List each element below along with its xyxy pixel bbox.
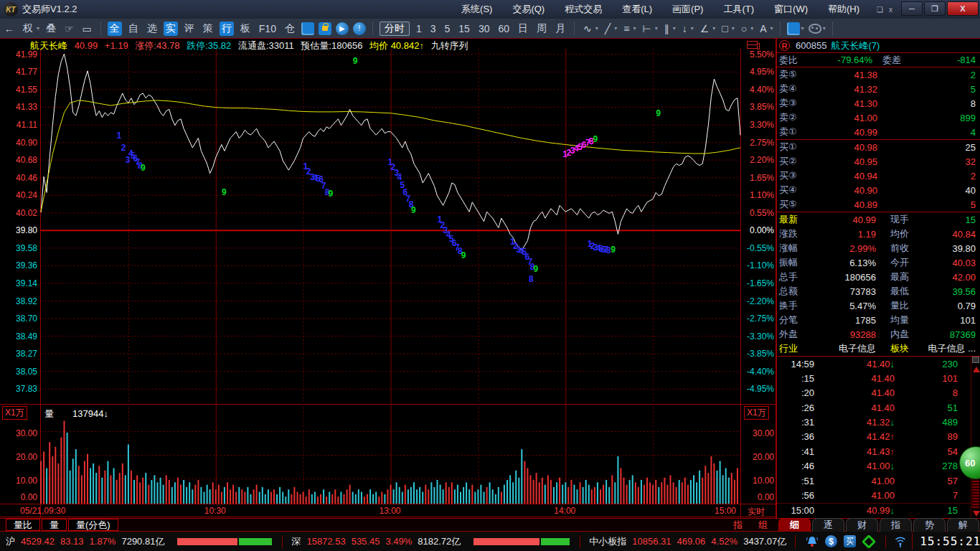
close-button[interactable]: X: [947, 1, 979, 16]
panel-tab-2[interactable]: 逐: [812, 518, 844, 532]
bid-row[interactable]: 买②40.9532: [777, 154, 980, 169]
menu-item-2[interactable]: 交易(Q): [502, 3, 555, 16]
bid-row[interactable]: 买①40.9825: [777, 140, 980, 154]
panel-tab-6[interactable]: 解: [947, 518, 979, 532]
timeshare-button[interactable]: 分时: [380, 22, 410, 36]
mini-tab-2[interactable]: 组: [758, 519, 768, 532]
draw-trendline-icon[interactable]: ╱▾: [603, 22, 617, 35]
panel-tab-3[interactable]: 财: [846, 518, 878, 532]
draw-hlines-icon[interactable]: ≡▾: [621, 22, 636, 35]
realtime-button[interactable]: 实: [164, 22, 178, 36]
bid-row[interactable]: 买⑤40.895: [777, 197, 980, 212]
ask-row[interactable]: 卖⑤41.382: [777, 67, 980, 82]
f10-button[interactable]: F10: [257, 22, 278, 35]
review-button[interactable]: 评: [182, 22, 197, 36]
quote-detail-row: 换手5.47%量比0.79: [777, 298, 980, 313]
period-15-button[interactable]: 15: [456, 22, 472, 35]
draw-text-icon[interactable]: A▾: [758, 22, 773, 35]
alarm-bell-icon[interactable]: [806, 535, 819, 548]
draw-arrow-icon[interactable]: ↓▾: [680, 22, 694, 35]
play-icon[interactable]: ▶: [336, 22, 349, 35]
period-day-button[interactable]: 日: [516, 22, 530, 36]
hand-icon[interactable]: ☞: [62, 22, 76, 35]
custom-button[interactable]: 自: [126, 22, 141, 36]
menu-item-6[interactable]: 工具(T): [713, 3, 764, 16]
mdi-restore-icon[interactable]: ❏: [877, 6, 883, 14]
panel-tab-1[interactable]: 细: [778, 518, 811, 532]
panel-tab-5[interactable]: 势: [913, 518, 946, 532]
menu-item-4[interactable]: 查看(L): [612, 3, 662, 16]
intraday-chart[interactable]: 1234567899123456789912345678912345678912…: [0, 39, 776, 518]
volume-bar: [171, 487, 173, 504]
tick-scrollbar[interactable]: [971, 357, 980, 518]
indicator-tab-1[interactable]: 量比: [6, 519, 40, 531]
splitter-grip[interactable]: [972, 357, 979, 363]
mdi-close-icon[interactable]: x: [889, 6, 892, 14]
strategy-button[interactable]: 策: [201, 22, 215, 36]
tick-row: :5641.00 7: [777, 488, 971, 502]
volume-bar: [122, 463, 123, 504]
status-icons: $ 买: [806, 535, 875, 548]
maximize-button[interactable]: ❐: [924, 1, 946, 16]
quote-button[interactable]: 行: [220, 22, 234, 36]
select-button[interactable]: 选: [145, 22, 159, 36]
alert-icon[interactable]: !: [353, 22, 366, 35]
ask-row[interactable]: 卖②41.00899: [777, 110, 980, 125]
ask-row[interactable]: 卖①40.994: [777, 125, 980, 139]
menu-item-7[interactable]: 窗口(W): [764, 3, 818, 16]
period-month-button[interactable]: 月: [553, 22, 567, 36]
period-1-button[interactable]: 1: [414, 22, 424, 35]
draw-vlines-icon[interactable]: ∥▾: [662, 22, 676, 35]
menu-item-5[interactable]: 画面(P): [662, 3, 713, 16]
period-60-button[interactable]: 60: [496, 22, 512, 35]
all-market-button[interactable]: 全: [108, 22, 122, 36]
mini-tab-1[interactable]: 指: [733, 519, 743, 532]
indicator-tab-2[interactable]: 量: [42, 519, 67, 531]
pages-icon[interactable]: [301, 22, 314, 35]
bid-row[interactable]: 买③40.942: [777, 169, 980, 183]
back-icon[interactable]: ←: [2, 22, 17, 35]
menu-item-1[interactable]: 系统(S): [451, 3, 502, 16]
volume-bar: [323, 489, 324, 504]
menu-item-8[interactable]: 帮助(H): [818, 3, 870, 16]
draw-segment-icon[interactable]: ⊢▾: [640, 22, 657, 35]
lock-icon[interactable]: [319, 22, 331, 35]
volume-bar: [425, 485, 426, 504]
scroll-down-icon[interactable]: [973, 511, 980, 517]
bid-row[interactable]: 买④40.9040: [777, 183, 980, 197]
price-axis-label: 39.80: [1, 225, 37, 235]
draw-angle-icon[interactable]: ∠▾: [698, 22, 716, 35]
volume-bar: [486, 487, 488, 504]
ask-row[interactable]: 卖④41.325: [777, 82, 980, 96]
funds-icon[interactable]: $: [825, 535, 837, 547]
diamond-icon[interactable]: [862, 535, 875, 548]
buy-icon[interactable]: 买: [844, 535, 856, 547]
volume-bar: [536, 473, 537, 504]
overlay-button[interactable]: 叠: [44, 22, 58, 36]
panel-tab-4[interactable]: 指: [880, 518, 912, 532]
copy-icon[interactable]: ▾: [787, 22, 804, 35]
volume-bar: [550, 480, 552, 504]
period-30-button[interactable]: 30: [476, 22, 492, 35]
period-3-button[interactable]: 3: [428, 22, 438, 35]
volume-bar: [477, 489, 479, 504]
position-button[interactable]: 仓: [283, 22, 297, 36]
rights-button[interactable]: 权▾: [21, 22, 39, 36]
period-5-button[interactable]: 5: [443, 22, 453, 35]
scroll-up-icon[interactable]: [973, 367, 980, 372]
minimize-button[interactable]: ─: [901, 1, 923, 16]
draw-rect-icon[interactable]: □▾: [720, 22, 734, 35]
ruler-icon[interactable]: ▭: [80, 22, 94, 35]
mdi-window-controls[interactable]: ❏x: [874, 6, 895, 14]
scroll-thumb[interactable]: [972, 478, 979, 508]
draw-freeline-icon[interactable]: ∿▾: [581, 22, 598, 35]
ask-row[interactable]: 卖③41.308: [777, 96, 980, 110]
pane-layout-icon[interactable]: [747, 41, 758, 49]
period-week-button[interactable]: 周: [534, 22, 549, 36]
indicator-tab-3[interactable]: 量(分色): [68, 519, 118, 531]
menu-item-3[interactable]: 程式交易: [555, 3, 612, 16]
palette-icon[interactable]: ▾: [809, 24, 826, 34]
board-button[interactable]: 板: [238, 22, 253, 36]
draw-circle-icon[interactable]: ○▾: [739, 22, 753, 35]
chart-canvas[interactable]: 1234567899123456789912345678912345678912…: [0, 39, 776, 518]
